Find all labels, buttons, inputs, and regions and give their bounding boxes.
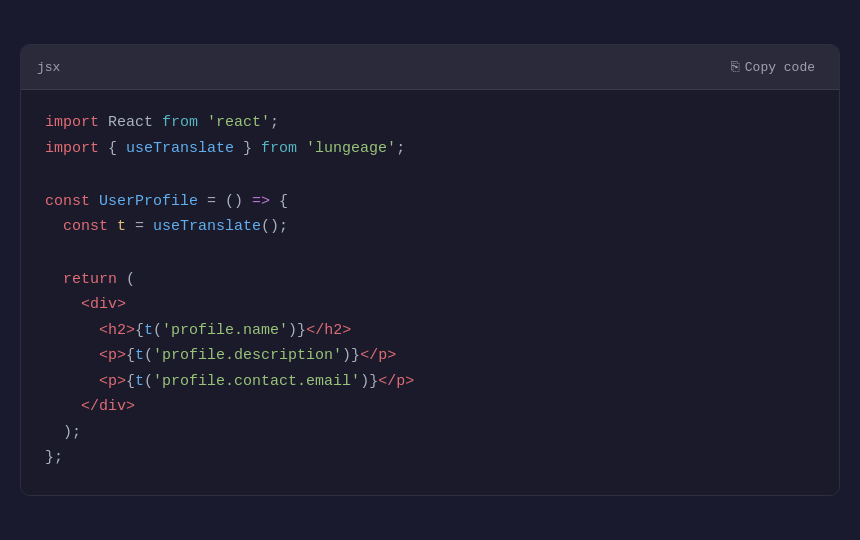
code-block: jsx ⎘ Copy code import React from 'react… xyxy=(20,44,840,495)
language-label: jsx xyxy=(37,60,60,75)
code-line: import { useTranslate } from 'lungeage'; xyxy=(45,136,815,162)
code-line: }; xyxy=(45,445,815,471)
copy-code-button[interactable]: ⎘ Copy code xyxy=(723,55,823,79)
code-blank-line xyxy=(45,240,815,267)
code-line: <p>{t('profile.description')}</p> xyxy=(45,343,815,369)
code-blank-line xyxy=(45,161,815,188)
code-line: </div> xyxy=(45,394,815,420)
code-line: <p>{t('profile.contact.email')}</p> xyxy=(45,369,815,395)
code-line: <div> xyxy=(45,292,815,318)
code-line: return ( xyxy=(45,267,815,293)
copy-icon: ⎘ xyxy=(731,59,739,75)
copy-button-label: Copy code xyxy=(745,60,815,75)
code-line: <h2>{t('profile.name')}</h2> xyxy=(45,318,815,344)
code-line: const UserProfile = () => { xyxy=(45,189,815,215)
code-line: import React from 'react'; xyxy=(45,110,815,136)
code-header: jsx ⎘ Copy code xyxy=(21,45,839,90)
code-line: ); xyxy=(45,420,815,446)
code-line: const t = useTranslate(); xyxy=(45,214,815,240)
code-body: import React from 'react'; import { useT… xyxy=(21,90,839,494)
